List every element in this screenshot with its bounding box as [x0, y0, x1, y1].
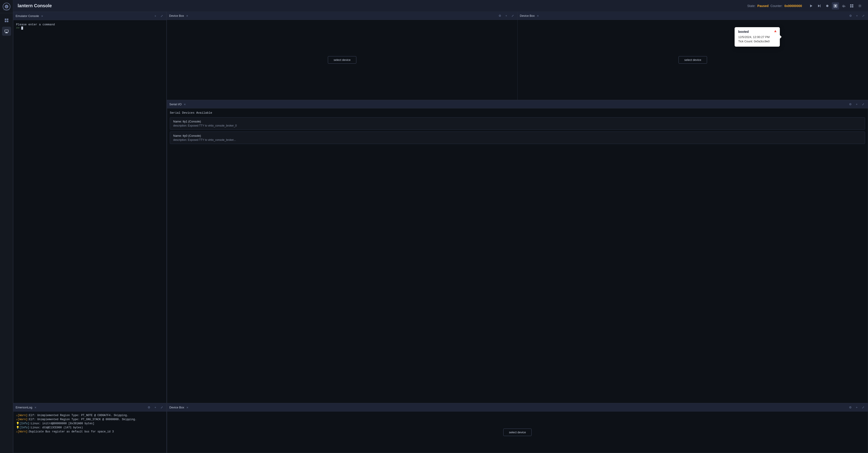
- device-box-1-header: Device Box × ⚙ + ⤢: [167, 12, 517, 20]
- device-box-2-settings[interactable]: ⚙: [848, 13, 853, 18]
- device-box-2-add[interactable]: +: [855, 13, 860, 18]
- device-box-2-close[interactable]: ×: [536, 14, 539, 18]
- log-entry: ⚠[Warn]:Elf: Unimplemented Region Type: …: [16, 418, 164, 422]
- svg-rect-18: [850, 4, 851, 6]
- emulator-console-panel: Emulator Console × + ⤢ Please enter a co…: [13, 12, 167, 403]
- emerson-log-close[interactable]: ×: [34, 406, 37, 409]
- emerson-log-icons: ⚙ + ⤢: [147, 405, 164, 410]
- serial-io-expand[interactable]: ⤢: [861, 102, 866, 107]
- main-area: lantern Console State: Paused Counter: 0…: [13, 0, 868, 453]
- svg-point-14: [826, 5, 829, 7]
- tooltip-date: 12/5/2024, 12:00:27 PM: [738, 35, 776, 39]
- serial-device-tty1: Name: tty1 (Console) description: Expose…: [170, 117, 865, 130]
- emerson-log-panel: EmersonLog × ⚙ + ⤢ ⚠[Warn]:Elf: Unimplem…: [13, 403, 167, 453]
- emulator-console-title: Emulator Console: [16, 14, 39, 18]
- console-body: Please enter a command >>: [13, 20, 166, 403]
- device-box-3-add[interactable]: +: [854, 405, 859, 410]
- log-body: ⚠[Warn]:Elf: Unimplemented Region Type: …: [13, 412, 166, 453]
- step-button[interactable]: [815, 2, 823, 9]
- svg-rect-16: [835, 5, 836, 7]
- play-button[interactable]: [807, 2, 815, 9]
- app-logo: E EMERSON: [0, 0, 13, 13]
- device-box-1-close[interactable]: ×: [186, 14, 189, 18]
- svg-rect-7: [7, 21, 8, 22]
- emulator-console-add[interactable]: +: [153, 13, 158, 19]
- device-box-2-title: Device Box: [520, 14, 535, 18]
- svg-rect-9: [6, 32, 7, 33]
- svg-rect-6: [5, 21, 6, 22]
- svg-rect-20: [850, 6, 851, 7]
- serial-device-tty1-name: Name: tty1 (Console): [173, 120, 862, 123]
- settings-button[interactable]: [856, 2, 864, 9]
- device-box-3-select-btn[interactable]: select device: [503, 429, 532, 436]
- serial-device-tty0-name: Name: tty0 (Console): [173, 134, 862, 137]
- device-box-1-expand[interactable]: ⤢: [510, 13, 515, 18]
- serial-io-header: Serial I/O × ⚙ + ⤢: [167, 100, 868, 108]
- log-entry: 💡[Info]:Linux: dtb@C13CE000 (1471 bytes): [16, 426, 164, 430]
- serial-io-settings[interactable]: ⚙: [848, 102, 853, 107]
- header-controls: [807, 2, 864, 9]
- device-box-3-panel: Device Box × ⚙ + ⤢ select device: [167, 403, 868, 453]
- sidebar-item-devices[interactable]: [2, 27, 11, 36]
- emulator-console-header: Emulator Console × + ⤢: [13, 12, 166, 20]
- device-box-2-icons: ⚙ + ⤢: [848, 13, 866, 18]
- serial-devices-title: Serial Devices Available: [170, 111, 865, 115]
- console-prompt-line: Please enter a command: [16, 23, 164, 26]
- log-entry: 💡[Info]:Linux: initrd@00000000 [0x391A00…: [16, 422, 164, 426]
- device-box-1: Device Box × ⚙ + ⤢ select device: [167, 12, 518, 100]
- emerson-log-header: EmersonLog × ⚙ + ⤢: [13, 403, 166, 412]
- left-panel: Emulator Console × + ⤢ Please enter a co…: [13, 12, 167, 453]
- device-box-3-title: Device Box: [169, 406, 184, 409]
- serial-io-add[interactable]: +: [854, 102, 859, 107]
- state-label: State:: [747, 4, 756, 8]
- svg-rect-4: [5, 19, 6, 20]
- device-box-1-select-btn[interactable]: select device: [328, 56, 356, 64]
- svg-rect-8: [5, 30, 8, 32]
- emulator-console-close[interactable]: ×: [41, 15, 43, 18]
- emerson-log-add[interactable]: +: [153, 405, 158, 410]
- device-box-3-icons: ⚙ + ⤢: [848, 405, 866, 410]
- svg-rect-21: [852, 6, 853, 7]
- device-box-1-add[interactable]: +: [504, 13, 509, 18]
- header: lantern Console State: Paused Counter: 0…: [13, 0, 868, 12]
- log-entry: ⚠[Warn]:Duplicate Bus register as defaul…: [16, 430, 164, 434]
- layout-button[interactable]: [848, 2, 855, 9]
- tooltip-tick-count: Tick Count: 0x0a3cc9e0: [738, 39, 776, 43]
- device-box-2-expand[interactable]: ⤢: [861, 13, 866, 18]
- device-box-3-expand[interactable]: ⤢: [861, 405, 866, 410]
- emerson-log-expand[interactable]: ⤢: [159, 405, 164, 410]
- cloud-button[interactable]: [840, 2, 847, 9]
- content-area: Emulator Console × + ⤢ Please enter a co…: [13, 12, 868, 453]
- serial-io-close[interactable]: ×: [183, 103, 186, 106]
- svg-rect-19: [852, 4, 853, 6]
- snapshot-button[interactable]: [832, 2, 839, 9]
- device-box-2-select-btn[interactable]: select device: [679, 56, 707, 64]
- tooltip-erase-icon[interactable]: 🔺: [773, 29, 778, 33]
- state-value: Paused: [757, 4, 769, 8]
- device-box-1-icons: ⚙ + ⤢: [497, 13, 515, 18]
- device-box-1-body: select device: [167, 20, 517, 100]
- device-box-1-title: Device Box: [169, 14, 184, 18]
- header-state: State: Paused Counter: 0x00000000: [747, 4, 802, 8]
- device-box-2-body: select device: [518, 20, 868, 100]
- emerson-log-settings[interactable]: ⚙: [147, 405, 152, 410]
- serial-device-tty1-desc: description: Exposed TTY to virtio_conso…: [173, 124, 862, 127]
- device-box-3-header: Device Box × ⚙ + ⤢: [167, 403, 868, 412]
- device-box-3-body: select device: [167, 412, 868, 453]
- device-box-1-settings[interactable]: ⚙: [497, 13, 502, 18]
- svg-text:EMERSON: EMERSON: [4, 9, 9, 10]
- emerson-log-title: EmersonLog: [16, 406, 32, 409]
- console-input-line: >>: [16, 26, 164, 30]
- sidebar: E EMERSON: [0, 0, 13, 453]
- emulator-console-icons: + ⤢: [153, 13, 164, 19]
- right-panel: Device Box × ⚙ + ⤢ select device: [167, 12, 868, 453]
- record-button[interactable]: [824, 2, 831, 9]
- page-title: lantern Console: [18, 3, 52, 8]
- sidebar-item-layout[interactable]: [2, 16, 11, 25]
- emulator-console-expand[interactable]: ⤢: [159, 13, 164, 19]
- device-box-3-close[interactable]: ×: [186, 406, 189, 409]
- svg-rect-13: [820, 4, 820, 7]
- svg-rect-10: [5, 33, 8, 33]
- log-entry: ⚠[Warn]:Elf: Unimplemented Region Type: …: [16, 414, 164, 418]
- device-box-3-settings[interactable]: ⚙: [848, 405, 853, 410]
